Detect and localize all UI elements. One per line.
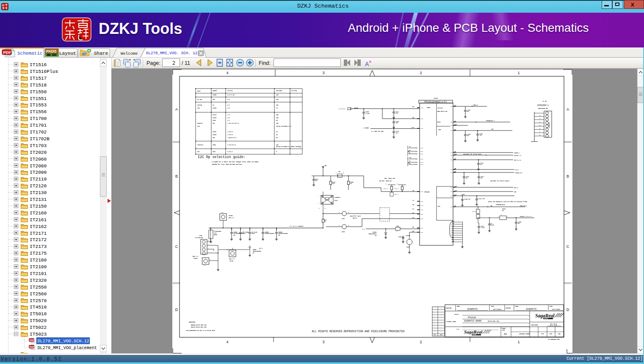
- svg-text:IT1518: IT1518: [30, 83, 47, 88]
- svg-text:LDO: LDO: [197, 126, 200, 127]
- svg-text:Z101: Z101: [342, 218, 345, 220]
- svg-text:-: -: [441, 329, 442, 330]
- svg-text:IT1702B: IT1702B: [30, 136, 50, 142]
- svg-text:H3: H3: [412, 217, 414, 219]
- svg-text:A10: A10: [452, 241, 454, 242]
- svg-text:NM: NM: [467, 111, 469, 112]
- svg-text:MX100: MX100: [434, 98, 437, 99]
- svg-text:IT2090: IT2090: [30, 170, 47, 175]
- svg-text:10/1/2018: 10/1/2018: [493, 308, 501, 310]
- svg-text:K3: K3: [454, 105, 456, 106]
- svg-text:H12: H12: [454, 153, 457, 155]
- svg-text:J10: J10: [452, 225, 454, 227]
- svg-text:PESDXC2F04SH: PESDXC2F04SH: [265, 233, 274, 234]
- svg-text:IT2161: IT2161: [30, 217, 47, 222]
- svg-text:IT4510: IT4510: [30, 305, 47, 310]
- svg-text:DL270_MMI_VOO. SCH. 12: DL270_MMI_VOO. SCH. 12: [146, 51, 197, 56]
- svg-text:VSIM1: VSIM1: [213, 131, 216, 133]
- svg-text:4: 4: [226, 340, 228, 344]
- svg-text:while?: while?: [353, 217, 357, 219]
- svg-text:LDO: LDO: [438, 129, 441, 131]
- svg-text:1: 1: [517, 340, 520, 344]
- svg-text:xxxxxx: xxxxxx: [420, 201, 424, 202]
- svg-text:H2: H2: [412, 204, 414, 206]
- svg-text:C9: C9: [452, 234, 454, 235]
- svg-text:2.8: 2.8: [227, 108, 230, 109]
- svg-text:-: -: [441, 324, 442, 325]
- svg-text:100: 100: [276, 144, 279, 146]
- svg-text:IT2162: IT2162: [30, 224, 47, 229]
- svg-text:1: 1: [517, 71, 520, 75]
- svg-text:1uF: 1uF: [396, 113, 398, 114]
- svg-text:IT1550: IT1550: [30, 89, 47, 94]
- svg-text:xxxxxx: xxxxxx: [420, 153, 424, 155]
- svg-text:xxxxxx: xxxxxx: [420, 107, 424, 108]
- svg-text:NM: NM: [518, 223, 520, 224]
- svg-text:IT2190: IT2190: [30, 264, 47, 270]
- svg-text:C1B5 1uF: C1B5 1uF: [398, 236, 404, 238]
- svg-text:xxxxxx: xxxxxx: [420, 158, 424, 160]
- svg-text:150: 150: [276, 123, 279, 124]
- svg-text:55mA when/4.35V: 55mA when/4.35V: [437, 111, 448, 112]
- svg-text:board d1270 mmi v00: board d1270 mmi v00: [191, 326, 206, 328]
- svg-text:J1: J1: [412, 200, 414, 201]
- svg-text:B: B: [175, 174, 178, 178]
- svg-text:NM: NM: [234, 235, 235, 236]
- svg-text:VERL: VERL: [558, 333, 561, 335]
- svg-text:2: 2: [172, 60, 175, 66]
- svg-text:IT2560: IT2560: [30, 292, 47, 297]
- svg-text:G2: G2: [412, 226, 414, 228]
- svg-text:E9: E9: [452, 230, 454, 231]
- svg-text:CHILL/B 3: CHILL/B 3: [520, 205, 527, 207]
- svg-text:IT2180: IT2180: [30, 258, 47, 263]
- svg-text:C: C: [567, 245, 569, 249]
- svg-text:Setting: Setting: [291, 90, 297, 92]
- svg-text:A: A: [365, 61, 369, 67]
- svg-text:3.3uF: 3.3uF: [366, 113, 370, 114]
- svg-text:DL270_MMI_VOO.SCH.12: DL270_MMI_VOO.SCH.12: [38, 339, 89, 344]
- svg-text:Driver: Driver: [438, 107, 443, 109]
- svg-text:IT1702: IT1702: [30, 130, 47, 135]
- svg-text:a: a: [369, 59, 372, 64]
- svg-text:SCHEMATIC: SCHEMATIC: [526, 308, 537, 310]
- svg-text:Product Name: Product Name: [446, 321, 456, 322]
- svg-text:-: -: [434, 321, 435, 322]
- svg-text:CR00B: CR00B: [253, 249, 256, 250]
- svg-text:(Drop out<400mV at 150mA loadi: (Drop out<400mV at 150mA loading): [276, 146, 301, 147]
- svg-text:D1: D1: [409, 161, 411, 162]
- svg-text:4.7Kohm for a short I2C bus le: 4.7Kohm for a short I2C bus length (less…: [212, 161, 259, 163]
- svg-text:C14B 1uF: C14B 1uF: [464, 199, 471, 200]
- svg-text:MODIFIED: MODIFIED: [446, 308, 452, 309]
- svg-text:VIBR: VIBR: [213, 144, 216, 146]
- svg-text:50uA: 50uA: [437, 122, 440, 123]
- svg-text:IT2570: IT2570: [30, 298, 47, 303]
- svg-text:VRF: VRF: [213, 99, 215, 100]
- svg-text:xxxxxx: xxxxxx: [420, 214, 424, 215]
- svg-text:TPU0B: TPU0B: [229, 215, 232, 217]
- svg-text:R9: R9: [412, 117, 414, 119]
- svg-text:MT6261D: MT6261D: [468, 317, 476, 319]
- svg-text:D2: D2: [409, 153, 411, 154]
- svg-text:R18: R18: [454, 124, 457, 125]
- svg-text:VSIM2: VSIM2: [213, 134, 216, 136]
- svg-text:-: -: [434, 310, 435, 311]
- svg-text:A2: A2: [504, 333, 507, 336]
- svg-text:IT2550: IT2550: [30, 285, 47, 290]
- svg-text:CHECKED: CHECKED: [506, 308, 511, 309]
- svg-text:I2C Rp selection guide:: I2C Rp selection guide:: [198, 155, 246, 159]
- svg-text:Charger: Charger: [424, 191, 430, 193]
- svg-text:30: 30: [276, 134, 278, 136]
- svg-text:IT2160: IT2160: [30, 211, 47, 216]
- svg-text:8Y DHIMAKI H06: 8Y DHIMAKI H06: [548, 339, 560, 340]
- svg-text:R16: R16: [454, 186, 457, 187]
- svg-text:-: -: [441, 313, 442, 314]
- svg-text:IT2191: IT2191: [30, 271, 47, 276]
- svg-text:D5: D5: [454, 168, 456, 169]
- svg-text:IT2175: IT2175: [30, 251, 47, 256]
- svg-text:CR101: CR101: [502, 208, 506, 210]
- svg-text:2.8: 2.8: [227, 99, 230, 100]
- svg-text:MMMM: MMMM: [221, 212, 223, 213]
- svg-text:USC0B 2 3 5 7 9: USC0B 2 3 5 7 9: [520, 216, 531, 217]
- svg-text:G1: G1: [412, 231, 414, 232]
- svg-text:DL270_MMI_VOO_placement: DL270_MMI_VOO_placement: [38, 346, 97, 350]
